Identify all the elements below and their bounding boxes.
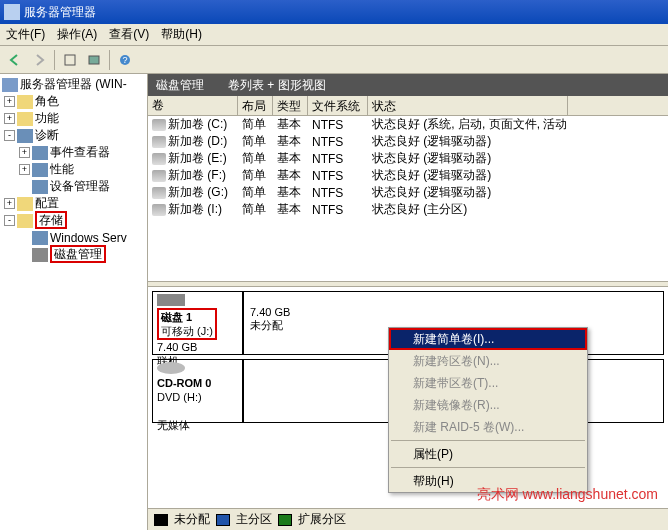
disk-1-title: 磁盘 1 — [161, 311, 192, 323]
collapse-icon[interactable]: - — [4, 215, 15, 226]
navigation-tree[interactable]: 服务器管理器 (WIN- +角色 +功能 -诊断 +事件查看器 +性能 设备管理… — [0, 74, 148, 530]
tree-roles[interactable]: 角色 — [35, 93, 59, 110]
expand-icon[interactable]: + — [4, 96, 15, 107]
ctx-new-spanned-volume: 新建跨区卷(N)... — [389, 350, 587, 372]
legend-extended: 扩展分区 — [298, 511, 346, 528]
menubar: 文件(F) 操作(A) 查看(V) 帮助(H) — [0, 24, 668, 46]
header-sub: 卷列表 + 图形视图 — [228, 77, 326, 94]
menu-action[interactable]: 操作(A) — [57, 26, 97, 43]
server-icon — [2, 78, 18, 92]
volume-list[interactable]: 新加卷 (C:)简单基本NTFS状态良好 (系统, 启动, 页面文件, 活动, … — [148, 116, 668, 281]
tree-devmgr[interactable]: 设备管理器 — [50, 178, 110, 195]
svg-rect-0 — [65, 55, 75, 65]
col-status[interactable]: 状态 — [368, 96, 568, 115]
perf-icon — [32, 163, 48, 177]
volume-icon — [152, 204, 166, 216]
volume-row[interactable]: 新加卷 (C:)简单基本NTFS状态良好 (系统, 启动, 页面文件, 活动, … — [148, 116, 668, 133]
storage-icon — [17, 214, 33, 228]
tree-root[interactable]: 服务器管理器 (WIN- — [20, 76, 127, 93]
ctx-new-simple-volume[interactable]: 新建简单卷(I)... — [389, 328, 587, 350]
toolbar: ? — [0, 46, 668, 74]
volume-icon — [152, 119, 166, 131]
diskmgmt-icon — [32, 248, 48, 262]
event-icon — [32, 146, 48, 160]
cdrom-state: 无媒体 — [157, 419, 190, 431]
expand-icon[interactable]: + — [4, 113, 15, 124]
tree-perf[interactable]: 性能 — [50, 161, 74, 178]
svg-text:?: ? — [122, 55, 127, 65]
col-type[interactable]: 类型 — [273, 96, 308, 115]
roles-icon — [17, 95, 33, 109]
watermark: 亮术网 www.liangshunet.com — [477, 486, 658, 504]
expand-icon[interactable]: + — [4, 198, 15, 209]
volume-row[interactable]: 新加卷 (F:)简单基本NTFS状态良好 (逻辑驱动器) — [148, 167, 668, 184]
volume-row[interactable]: 新加卷 (D:)简单基本NTFS状态良好 (逻辑驱动器) — [148, 133, 668, 150]
tree-features[interactable]: 功能 — [35, 110, 59, 127]
menu-view[interactable]: 查看(V) — [109, 26, 149, 43]
tree-diskmgmt[interactable]: 磁盘管理 — [50, 246, 106, 263]
config-icon — [17, 197, 33, 211]
header-title: 磁盘管理 — [156, 77, 204, 94]
volume-row[interactable]: 新加卷 (G:)简单基本NTFS状态良好 (逻辑驱动器) — [148, 184, 668, 201]
expand-icon[interactable]: + — [19, 164, 30, 175]
content-header: 磁盘管理 卷列表 + 图形视图 — [148, 74, 668, 96]
properties-button[interactable] — [59, 49, 81, 71]
volume-icon — [152, 153, 166, 165]
col-layout[interactable]: 布局 — [238, 96, 273, 115]
volume-icon — [152, 187, 166, 199]
winserv-icon — [32, 231, 48, 245]
devmgr-icon — [32, 180, 48, 194]
tree-eventviewer[interactable]: 事件查看器 — [50, 144, 110, 161]
part-state: 未分配 — [250, 319, 283, 331]
col-fs[interactable]: 文件系统 — [308, 96, 368, 115]
context-menu: 新建简单卷(I)... 新建跨区卷(N)... 新建带区卷(T)... 新建镜像… — [388, 327, 588, 493]
svg-rect-1 — [89, 56, 99, 64]
legend-unalloc: 未分配 — [174, 511, 210, 528]
cdrom-title: CD-ROM 0 — [157, 377, 211, 389]
collapse-icon[interactable]: - — [4, 130, 15, 141]
disk-1-size: 7.40 GB — [157, 341, 197, 353]
cdrom-info: CD-ROM 0 DVD (H:) 无媒体 — [153, 360, 243, 422]
col-vol[interactable]: 卷 — [148, 96, 238, 115]
menu-help[interactable]: 帮助(H) — [161, 26, 202, 43]
expand-icon[interactable]: + — [19, 147, 30, 158]
diag-icon — [17, 129, 33, 143]
tree-config[interactable]: 配置 — [35, 195, 59, 212]
disk-1-type: 可移动 (J:) — [161, 325, 213, 337]
app-icon — [4, 4, 20, 20]
window-titlebar: 服务器管理器 — [0, 0, 668, 24]
legend-unalloc-swatch — [154, 514, 168, 526]
legend-extended-swatch — [278, 514, 292, 526]
forward-button[interactable] — [28, 49, 50, 71]
features-icon — [17, 112, 33, 126]
volume-row[interactable]: 新加卷 (I:)简单基本NTFS状态良好 (主分区) — [148, 201, 668, 218]
volume-icon — [152, 170, 166, 182]
legend-primary-swatch — [216, 514, 230, 526]
legend: 未分配 主分区 扩展分区 — [148, 508, 668, 530]
disk-1-info: 磁盘 1 可移动 (J:) 7.40 GB 联机 — [153, 292, 243, 354]
menu-file[interactable]: 文件(F) — [6, 26, 45, 43]
cdrom-icon — [157, 362, 185, 374]
ctx-new-mirrored-volume: 新建镜像卷(R)... — [389, 394, 587, 416]
volume-list-header: 卷 布局 类型 文件系统 状态 — [148, 96, 668, 116]
volume-row[interactable]: 新加卷 (E:)简单基本NTFS状态良好 (逻辑驱动器) — [148, 150, 668, 167]
back-button[interactable] — [4, 49, 26, 71]
ctx-new-striped-volume: 新建带区卷(T)... — [389, 372, 587, 394]
tree-diag[interactable]: 诊断 — [35, 127, 59, 144]
disk-graphical-view: 磁盘 1 可移动 (J:) 7.40 GB 联机 7.40 GB 未分配 — [148, 287, 668, 530]
window-title: 服务器管理器 — [24, 4, 96, 21]
tree-storage[interactable]: 存储 — [35, 212, 67, 229]
part-size: 7.40 GB — [250, 306, 290, 318]
ctx-properties[interactable]: 属性(P) — [389, 443, 587, 465]
refresh-button[interactable] — [83, 49, 105, 71]
tree-winserv[interactable]: Windows Serv — [50, 231, 127, 245]
ctx-new-raid5-volume: 新建 RAID-5 卷(W)... — [389, 416, 587, 438]
volume-icon — [152, 136, 166, 148]
cdrom-type: DVD (H:) — [157, 391, 202, 403]
help-button[interactable]: ? — [114, 49, 136, 71]
disk-icon — [157, 294, 185, 306]
legend-primary: 主分区 — [236, 511, 272, 528]
